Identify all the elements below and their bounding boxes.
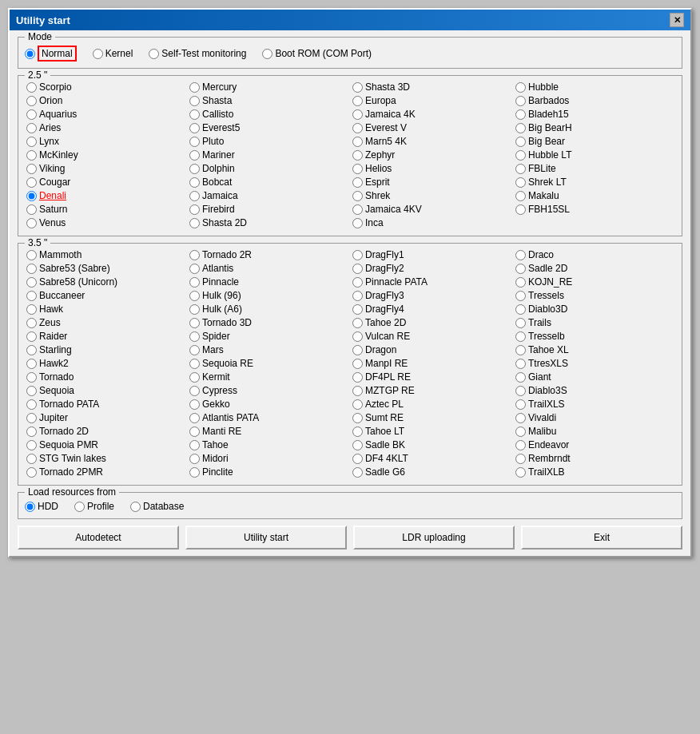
list-item[interactable]: Diablo3S [514, 384, 675, 397]
list-item[interactable]: Tahoe LT [351, 425, 512, 438]
list-item[interactable]: Dolphin [188, 162, 349, 175]
list-item[interactable]: Big Bear [514, 135, 675, 148]
list-item[interactable]: Venus [25, 216, 186, 229]
list-item[interactable]: STG Twin lakes [25, 452, 186, 465]
list-item[interactable]: Aztec PL [351, 398, 512, 411]
mode-bootrom[interactable]: Boot ROM (COM Port) [262, 48, 372, 59]
list-item[interactable]: Esprit [351, 176, 512, 188]
list-item[interactable]: Sumt RE [351, 411, 512, 424]
list-item[interactable]: Endeavor [514, 438, 675, 451]
list-item[interactable]: Tornado [25, 371, 186, 383]
list-item[interactable]: Shasta 3D [351, 81, 512, 93]
list-item[interactable]: Mercury [188, 81, 349, 93]
list-item[interactable]: Zephyr [351, 149, 512, 161]
list-item[interactable]: Sadle 2D [514, 262, 675, 275]
list-item[interactable]: MZTGP RE [351, 384, 512, 397]
list-item[interactable]: Trails [514, 316, 675, 329]
list-item[interactable]: Spider [188, 330, 349, 343]
list-item[interactable]: Tornado PATA [25, 398, 186, 411]
list-item[interactable]: Everest5 [188, 121, 349, 134]
list-item[interactable]: Hubble LT [514, 149, 675, 161]
load-database[interactable]: Database [130, 501, 184, 512]
list-item[interactable]: FBLite [514, 162, 675, 175]
list-item[interactable]: Sequoia RE [188, 357, 349, 370]
list-item[interactable]: Raider [25, 330, 186, 343]
list-item[interactable]: Jamaica 4K [351, 108, 512, 121]
list-item[interactable]: Zeus [25, 316, 186, 329]
list-item[interactable]: Starling [25, 343, 186, 356]
list-item[interactable]: Lynx [25, 135, 186, 148]
list-item[interactable]: Shasta [188, 94, 349, 107]
list-item[interactable]: DragFly1 [351, 248, 512, 261]
list-item[interactable]: Sabre53 (Sabre) [25, 262, 186, 275]
list-item[interactable]: Buccaneer [25, 289, 186, 302]
list-item[interactable]: KOJN_RE [514, 276, 675, 288]
list-item[interactable]: Jamaica [188, 189, 349, 202]
list-item[interactable]: Giant [514, 371, 675, 383]
list-item[interactable]: DragFly4 [351, 303, 512, 315]
list-item[interactable]: ManpI RE [351, 357, 512, 370]
list-item[interactable]: DF4PL RE [351, 371, 512, 383]
list-item[interactable]: Tahoe XL [514, 343, 675, 356]
list-item[interactable]: DragFly3 [351, 289, 512, 302]
list-item[interactable]: Pinclite [188, 466, 349, 478]
list-item[interactable]: Shrek LT [514, 176, 675, 188]
list-item[interactable]: Aquarius [25, 108, 186, 121]
list-item[interactable]: Big BearH [514, 121, 675, 134]
list-item[interactable]: Malibu [514, 425, 675, 438]
list-item[interactable]: TtresXLS [514, 357, 675, 370]
list-item[interactable]: Dragon [351, 343, 512, 356]
list-item[interactable]: TrailXLS [514, 398, 675, 411]
list-item[interactable]: Vivaldi [514, 411, 675, 424]
list-item[interactable]: Europa [351, 94, 512, 107]
ldr-uploading-button[interactable]: LDR uploading [353, 526, 515, 550]
list-item[interactable]: DragFly2 [351, 262, 512, 275]
list-item[interactable]: Sequoia [25, 384, 186, 397]
list-item[interactable]: Jupiter [25, 411, 186, 424]
autodetect-button[interactable]: Autodetect [18, 526, 179, 550]
list-item[interactable]: Jamaica 4KV [351, 203, 512, 216]
list-item[interactable]: Pinnacle PATA [351, 276, 512, 288]
list-item[interactable]: DF4 4KLT [351, 452, 512, 465]
list-item[interactable]: Mariner [188, 149, 349, 161]
list-item[interactable]: Orion [25, 94, 186, 107]
list-item[interactable]: Viking [25, 162, 186, 175]
list-item[interactable]: Tornado 2D [25, 425, 186, 438]
list-item[interactable]: Gekko [188, 398, 349, 411]
list-item[interactable]: Tressels [514, 289, 675, 302]
mode-kernel[interactable]: Kernel [93, 48, 133, 59]
list-item[interactable]: Callisto [188, 108, 349, 121]
list-item[interactable]: Helios [351, 162, 512, 175]
list-item[interactable]: Firebird [188, 203, 349, 216]
list-item[interactable]: Scorpio [25, 81, 186, 93]
list-item[interactable]: Atlantis PATA [188, 411, 349, 424]
list-item[interactable]: Tahoe [188, 438, 349, 451]
mode-selftest[interactable]: Self-Test monitoring [149, 48, 246, 59]
list-item[interactable]: Kermit [188, 371, 349, 383]
list-item[interactable]: Sequoia PMR [25, 438, 186, 451]
list-item[interactable]: Hawk2 [25, 357, 186, 370]
utility-start-button[interactable]: Utility start [185, 526, 347, 550]
list-item[interactable]: FBH15SL [514, 203, 675, 216]
list-item[interactable]: Tresselb [514, 330, 675, 343]
list-item[interactable]: Everest V [351, 121, 512, 134]
list-item[interactable]: Atlantis [188, 262, 349, 275]
list-item[interactable]: Cougar [25, 176, 186, 188]
list-item[interactable]: Aries [25, 121, 186, 134]
list-item[interactable]: Makalu [514, 189, 675, 202]
list-item[interactable]: Inca [351, 216, 512, 229]
close-button[interactable]: ✕ [670, 13, 684, 27]
exit-button[interactable]: Exit [521, 526, 682, 550]
list-item[interactable]: Barbados [514, 94, 675, 107]
load-hdd[interactable]: HDD [25, 501, 58, 512]
list-item[interactable]: Shasta 2D [188, 216, 349, 229]
list-item[interactable]: Cypress [188, 384, 349, 397]
list-item[interactable]: Bladeh15 [514, 108, 675, 121]
list-item[interactable]: Pinnacle [188, 276, 349, 288]
list-item[interactable]: Mammoth [25, 248, 186, 261]
list-item[interactable]: Rembrndt [514, 452, 675, 465]
mode-normal[interactable]: Normal [25, 46, 77, 61]
list-item[interactable]: Marn5 4K [351, 135, 512, 148]
list-item[interactable]: Draco [514, 248, 675, 261]
list-item[interactable]: Mars [188, 343, 349, 356]
